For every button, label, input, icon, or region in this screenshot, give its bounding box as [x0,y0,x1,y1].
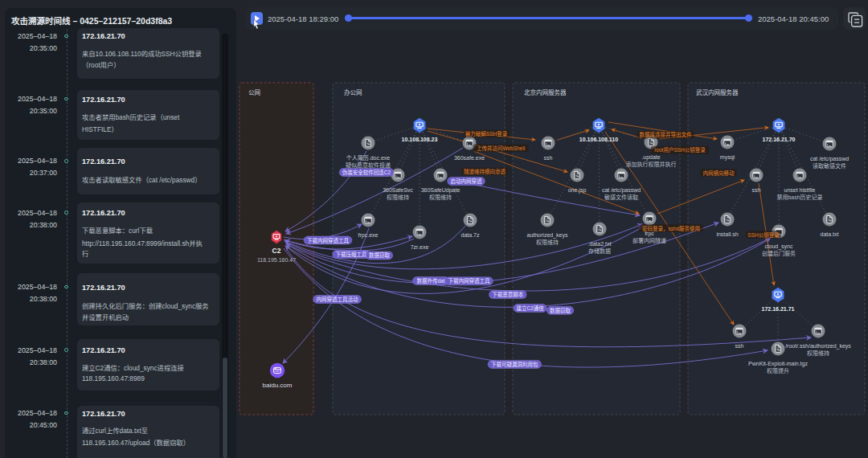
svg-text:上传并访问WebShell: 上传并访问WebShell [477,145,526,152]
svg-text:权限提升: 权限提升 [767,367,789,374]
svg-text:PwnKit-Exploit-main.tgz: PwnKit-Exploit-main.tgz [748,361,808,367]
svg-text:authorized_keys: authorized_keys [527,232,568,239]
svg-text:172.16.21.71: 172.16.21.71 [762,306,795,312]
svg-text:unset histfile: unset histfile [784,187,816,193]
svg-text:root用户SSH公钥登录: root用户SSH公钥登录 [654,146,706,153]
svg-text:权限维持: 权限维持 [536,239,559,246]
svg-text:下载压缩工具: 下载压缩工具 [336,251,368,258]
svg-text:10.106.108.110: 10.106.108.110 [579,137,618,142]
svg-text:baidu.com: baidu.com [263,382,293,389]
svg-text:伪装安全软件回连C2: 伪装安全软件回连C2 [342,169,391,176]
svg-text:cat /etc/passwd: cat /etc/passwd [602,187,641,194]
svg-text:下载可疑漏洞利用包: 下载可疑漏洞利用包 [491,361,538,368]
svg-text:360SafeSvc: 360SafeSvc [383,187,413,193]
svg-text:数据库连接并导出文件: 数据库连接并导出文件 [640,131,693,138]
svg-text:数据窃取: 数据窃取 [369,251,391,259]
svg-text:118.195.160.47: 118.195.160.47 [257,257,296,263]
svg-text:内网横向移动: 内网横向移动 [703,170,735,177]
svg-text:10.108.108.23: 10.108.108.23 [402,137,438,142]
svg-text:密码登录，sshd服务使用: 密码登录，sshd服务使用 [642,225,700,232]
svg-text:启动内网穿透: 启动内网穿透 [451,178,483,185]
svg-text:内网穿透工具活动: 内网穿透工具活动 [317,296,359,303]
svg-text:data.txt: data.txt [821,231,839,237]
svg-text:install.sh: install.sh [716,231,738,237]
svg-text:下载恶意脚本: 下载恶意脚本 [492,291,524,298]
svg-text:下载内网穿透工具: 下载内网穿透工具 [307,237,350,244]
svg-text:公网: 公网 [248,89,260,96]
svg-text:权限维持: 权限维持 [387,194,409,201]
svg-text:frpc.exe: frpc.exe [358,232,379,239]
svg-text:办公网: 办公网 [344,88,362,96]
svg-text:7zr.exe: 7zr.exe [411,244,429,250]
svg-text:cat /etc/passwd: cat /etc/passwd [810,156,849,162]
svg-text:权限维持: 权限维持 [429,194,452,201]
svg-text:/root/.ssh/authorized_keys: /root/.ssh/authorized_keys [785,343,851,350]
svg-text:SSH公钥登录: SSH公钥登录 [747,231,780,239]
svg-text:存储数据: 存储数据 [588,247,611,255]
svg-text:武汉内网服务器: 武汉内网服务器 [696,88,739,96]
svg-text:360SafeUdpate: 360SafeUdpate [421,187,461,194]
svg-text:data.7z: data.7z [461,232,480,238]
svg-text:建立C2通信: 建立C2通信 [516,305,544,312]
svg-text:创建后门服务: 创建后门服务 [762,250,796,257]
svg-text:北京内网服务器: 北京内网服务器 [524,88,567,96]
svg-text:.data2.txt: .data2.txt [588,241,612,247]
svg-text:360safe.exe: 360safe.exe [454,155,485,161]
svg-text:添加执行权限并执行: 添加执行权限并执行 [626,161,677,168]
svg-text:禁用bash历史记录: 禁用bash历史记录 [776,194,822,201]
svg-text:.update: .update [641,154,660,161]
svg-text:读取敏感文件: 读取敏感文件 [813,162,846,170]
svg-text:疑似恶意软件投递: 疑似恶意软件投递 [346,162,391,169]
svg-text:one.jsp: one.jsp [568,187,587,194]
svg-text:数据外传dat: 数据外传dat [416,277,444,284]
svg-text:隧道维持横向渗透: 隧道维持横向渗透 [464,168,506,175]
svg-text:部署内网隧道: 部署内网隧道 [633,237,666,244]
svg-text:数据窃取: 数据窃取 [550,307,571,314]
svg-text:C2: C2 [272,247,281,255]
svg-text:cloud_sync: cloud_sync [764,243,793,250]
svg-text:172.16.21.70: 172.16.21.70 [763,137,796,142]
svg-text:ssh: ssh [544,155,553,161]
svg-text:权限维持: 权限维持 [807,350,829,357]
svg-text:ssh: ssh [735,343,744,349]
svg-text:敏感文件读取: 敏感文件读取 [604,194,638,201]
svg-text:ssh: ssh [752,187,761,193]
svg-text:暴力破解SSH登录: 暴力破解SSH登录 [465,130,508,137]
svg-text:个人简历.doc.exe: 个人简历.doc.exe [346,154,391,162]
svg-text:下载内网穿透工具: 下载内网穿透工具 [448,277,490,284]
svg-text:mysql: mysql [720,154,735,161]
